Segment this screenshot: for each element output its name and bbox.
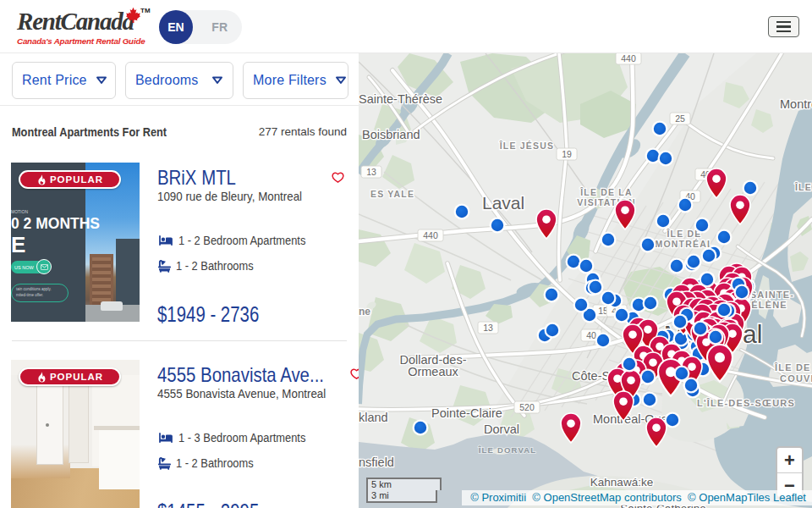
svg-text:440: 440 (621, 53, 636, 64)
svg-text:Dorval: Dorval (484, 422, 519, 436)
svg-text:kland: kland (359, 411, 388, 424)
svg-text:Ormeaux: Ormeaux (408, 365, 458, 378)
svg-text:Montré: Montré (780, 97, 812, 111)
svg-text:ne: ne (359, 306, 370, 318)
svg-text:Sainte-Thérèse: Sainte-Thérèse (359, 92, 442, 106)
svg-text:ES YALE: ES YALE (370, 189, 414, 199)
svg-text:13: 13 (483, 323, 493, 333)
svg-text:ÎLE JÉSUS: ÎLE JÉSUS (499, 141, 554, 151)
svg-text:ÎLE DORVAL: ÎLE DORVAL (478, 445, 537, 455)
svg-text:Boisbriand: Boisbriand (362, 128, 420, 141)
svg-text:19: 19 (562, 149, 572, 159)
svg-text:ÎLE C: ÎLE C (794, 182, 812, 192)
svg-text:COUVÉ: COUVÉ (780, 373, 812, 384)
svg-text:SAINTE-: SAINTE- (750, 290, 794, 300)
svg-text:13: 13 (366, 167, 376, 177)
svg-text:Laval: Laval (482, 193, 524, 213)
svg-text:ÎLE DE L: ÎLE DE L (774, 362, 812, 373)
svg-text:40: 40 (586, 330, 596, 340)
svg-text:25: 25 (675, 113, 685, 124)
svg-text:L'ÎLE-DES-SŒURS: L'ÎLE-DES-SŒURS (697, 398, 795, 408)
svg-text:440: 440 (423, 230, 438, 240)
svg-text:nsfield: nsfield (359, 456, 394, 469)
svg-text:520: 520 (519, 402, 535, 412)
svg-text:ÎLE DE LA: ÎLE DE LA (579, 187, 633, 197)
svg-text:Pointe-Claire: Pointe-Claire (431, 406, 502, 420)
svg-text:MONTRÉAL: MONTRÉAL (655, 239, 713, 249)
svg-text:Kahnawá:ke: Kahnawá:ke (590, 476, 653, 489)
